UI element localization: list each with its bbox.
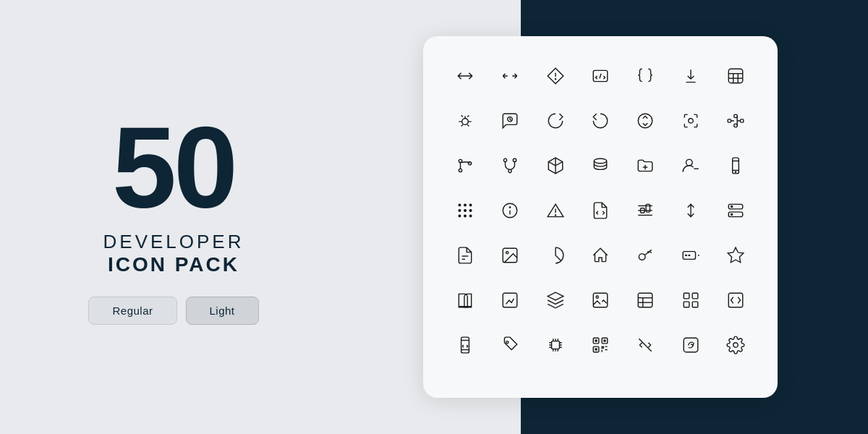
icon-chat-time (491, 101, 529, 140)
icon-book (446, 281, 484, 320)
style-buttons: Regular Light (88, 297, 258, 325)
svg-point-1 (555, 79, 556, 80)
icon-info-circle (491, 191, 529, 230)
icon-mobile-device (717, 146, 754, 185)
icon-code-tag-slash (626, 326, 664, 365)
icon-resize-vertical (671, 191, 709, 230)
icon-curly-braces (626, 56, 664, 95)
left-panel: 50 DEVELOPER ICON PACK Regular Light (0, 0, 347, 434)
svg-point-35 (464, 210, 467, 212)
svg-rect-67 (593, 293, 608, 307)
right-panel (347, 0, 868, 434)
icon-download-arrow (671, 56, 709, 95)
svg-point-19 (504, 158, 507, 161)
icon-user-minus (671, 146, 709, 185)
pack-number: 50 (112, 109, 235, 225)
icon-row-3 (446, 146, 754, 185)
icon-row-1 (446, 56, 754, 95)
svg-rect-88 (595, 348, 597, 350)
svg-point-44 (555, 215, 556, 216)
icon-bug (446, 101, 484, 140)
svg-rect-65 (503, 293, 518, 307)
svg-rect-87 (603, 339, 605, 341)
icon-scan-focus (671, 101, 709, 140)
svg-point-37 (459, 215, 461, 217)
icon-row-6 (446, 281, 754, 320)
svg-point-34 (459, 210, 461, 212)
icon-settings (717, 326, 754, 365)
icon-home (582, 236, 619, 275)
svg-rect-90 (684, 338, 698, 352)
svg-point-20 (514, 158, 516, 161)
regular-button[interactable]: Regular (88, 297, 176, 325)
svg-rect-82 (551, 341, 559, 349)
icon-analytics-down (491, 281, 529, 320)
pack-title: DEVELOPER ICON PACK (103, 231, 244, 276)
icon-database (582, 146, 619, 185)
icon-image (491, 236, 529, 275)
icon-battery (671, 236, 709, 275)
icon-code-brackets (717, 281, 754, 320)
title-line2: ICON PACK (103, 253, 244, 276)
svg-rect-76 (692, 302, 698, 307)
svg-point-68 (596, 296, 598, 298)
svg-rect-78 (461, 337, 469, 353)
icon-row-7 (446, 326, 754, 365)
svg-point-91 (733, 343, 739, 348)
icon-pie-chart (537, 236, 574, 275)
icon-refresh-box (671, 326, 709, 365)
title-line1: DEVELOPER (103, 231, 244, 253)
icon-dots-grid (446, 191, 484, 230)
svg-rect-15 (740, 119, 743, 122)
icon-server (717, 191, 754, 230)
icon-3d-box (537, 146, 574, 185)
icon-warning-diamond (537, 56, 574, 95)
icon-git-fork (491, 146, 529, 185)
svg-point-38 (464, 215, 467, 217)
icon-qr-code (582, 326, 619, 365)
svg-rect-3 (728, 69, 743, 83)
icon-align-distribute (626, 191, 664, 230)
svg-line-89 (639, 339, 652, 351)
svg-point-8 (462, 119, 469, 125)
icon-row-5 (446, 236, 754, 275)
icon-folder-plus (626, 146, 664, 185)
svg-point-57 (506, 252, 509, 254)
icon-mobile-code (446, 326, 484, 365)
svg-rect-12 (728, 119, 731, 122)
icon-chip (537, 326, 574, 365)
svg-point-39 (469, 215, 472, 217)
icon-grid-four (671, 281, 709, 320)
icon-table (626, 281, 664, 320)
icon-row-4 (446, 191, 754, 230)
icon-key (626, 236, 664, 275)
svg-point-52 (731, 206, 732, 208)
svg-point-53 (731, 213, 732, 215)
icon-git-branch (446, 146, 484, 185)
icon-card (423, 36, 778, 398)
svg-rect-73 (684, 293, 689, 299)
svg-point-36 (469, 210, 472, 212)
svg-point-30 (735, 171, 736, 172)
svg-rect-86 (595, 339, 597, 341)
svg-point-11 (688, 119, 693, 124)
icon-file-code (582, 191, 619, 230)
svg-point-17 (459, 169, 461, 171)
svg-marker-66 (548, 292, 563, 300)
icon-triangle-warning (537, 191, 574, 230)
icon-rotate-left (582, 101, 619, 140)
light-button[interactable]: Light (186, 297, 259, 325)
svg-point-32 (464, 204, 467, 206)
svg-point-22 (594, 158, 606, 163)
icon-network-tree (717, 101, 754, 140)
icon-image-edit (582, 281, 619, 320)
icon-horizontal-arrows (446, 56, 484, 95)
icon-row-2 (446, 101, 754, 140)
svg-point-33 (469, 204, 472, 206)
svg-rect-69 (639, 293, 653, 307)
svg-rect-74 (692, 293, 698, 299)
icon-star (717, 236, 754, 275)
icon-grid-square (717, 56, 754, 95)
icon-sync-circle (626, 101, 664, 140)
svg-marker-63 (728, 247, 744, 263)
